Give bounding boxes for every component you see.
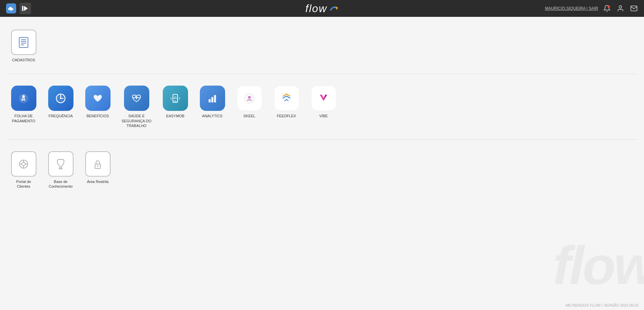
saude-label: SAÚDE E SEGURANÇA DO TRABALHO (121, 114, 152, 128)
main-apps-grid: FOLHA DE PAGAMENTO FREQUÊNCIA (7, 80, 637, 134)
folha-label: FOLHA DE PAGAMENTO (9, 114, 38, 123)
divider-1 (7, 74, 637, 74)
main-content: CADASTROS FOLHA DE PAGAMENTO (0, 17, 644, 202)
easymob-label: EASYMOB (166, 114, 184, 118)
frequencia-label: FREQUÊNCIA (49, 114, 73, 118)
svg-point-4 (608, 5, 610, 8)
portal-icon (11, 151, 36, 177)
watermark: flow (553, 235, 644, 297)
cadastros-label: CADASTROS (12, 58, 35, 62)
header-logo: flow (305, 2, 339, 15)
svg-point-24 (248, 96, 251, 99)
app-item-easymob[interactable]: EASYMOB (158, 83, 192, 131)
skeel-icon (237, 86, 262, 111)
app-item-beneficios[interactable]: BENEFÍCIOS (81, 83, 115, 131)
header-right: MAURICIO.SIQUEIRA | SAIR (545, 4, 639, 13)
svg-point-5 (619, 6, 621, 8)
base-label: Base de Conhecimento (47, 179, 75, 189)
section-cadastros: CADASTROS (7, 24, 637, 68)
app-item-portal[interactable]: Portal de Clientes (7, 149, 40, 192)
divider-2 (7, 140, 637, 140)
message-icon[interactable] (629, 4, 639, 13)
saude-icon (124, 86, 149, 111)
other-apps-grid: Portal de Clientes Base de Conhecimento (7, 145, 637, 195)
svg-point-16 (60, 98, 61, 99)
app-item-frequencia[interactable]: FREQUÊNCIA (44, 83, 78, 131)
analytics-label: ANALYTICS (202, 114, 222, 118)
svg-point-27 (22, 162, 25, 166)
app-item-base[interactable]: Base de Conhecimento (44, 149, 78, 192)
app-item-skeel[interactable]: SKEEL (233, 83, 266, 131)
section-other: Portal de Clientes Base de Conhecimento (7, 145, 637, 195)
exit-icon[interactable] (20, 3, 31, 14)
svg-rect-2 (22, 6, 24, 11)
footer: METADADOS FLOW | VERSÃO 2023.08.02 (565, 303, 639, 307)
frequencia-icon (48, 86, 73, 111)
vibe-icon (311, 86, 336, 111)
svg-point-36 (97, 165, 98, 167)
svg-rect-20 (211, 97, 213, 102)
svg-point-12 (22, 95, 25, 98)
beneficios-label: BENEFÍCIOS (87, 114, 109, 118)
notification-bell-icon[interactable] (602, 4, 612, 13)
portal-label: Portal de Clientes (9, 179, 38, 189)
user-name-link[interactable]: MAURICIO.SIQUEIRA | SAIR (545, 6, 598, 11)
app-item-feedflex[interactable]: FEEDFLEX (270, 83, 303, 131)
footer-text: METADADOS FLOW | VERSÃO 2023.08.02 (565, 303, 639, 307)
cloud-icon[interactable] (5, 3, 17, 14)
app-item-vibe[interactable]: VIBE (307, 83, 340, 131)
restrita-icon (85, 151, 111, 177)
easymob-icon (163, 86, 188, 111)
cadastros-icon (11, 30, 36, 55)
header-left (5, 3, 31, 14)
beneficios-icon (85, 86, 111, 111)
app-item-saude[interactable]: SAÚDE E SEGURANÇA DO TRABALHO (118, 83, 155, 131)
base-icon (48, 151, 73, 177)
svg-marker-25 (282, 93, 291, 104)
restrita-label: Área Restrita (87, 179, 109, 184)
skeel-label: SKEEL (243, 114, 255, 118)
logo-text: flow (305, 2, 327, 15)
cadastros-grid: CADASTROS (7, 24, 637, 68)
vibe-label: VIBE (319, 114, 328, 118)
folha-icon (11, 86, 36, 111)
app-item-cadastros[interactable]: CADASTROS (7, 27, 40, 65)
section-main-apps: FOLHA DE PAGAMENTO FREQUÊNCIA (7, 80, 637, 134)
app-item-restrita[interactable]: Área Restrita (81, 149, 115, 192)
analytics-icon (200, 86, 225, 111)
svg-rect-19 (209, 99, 211, 102)
header: flow MAURICIO.SIQUEIRA | SAIR (0, 0, 644, 17)
app-item-analytics[interactable]: ANALYTICS (195, 83, 229, 131)
feedflex-label: FEEDFLEX (277, 114, 296, 118)
svg-rect-6 (19, 37, 28, 48)
svg-rect-21 (214, 95, 216, 102)
logo-icon (329, 4, 339, 13)
app-item-folha[interactable]: FOLHA DE PAGAMENTO (7, 83, 40, 131)
feedflex-icon (274, 86, 299, 111)
user-profile-icon[interactable] (616, 4, 625, 13)
